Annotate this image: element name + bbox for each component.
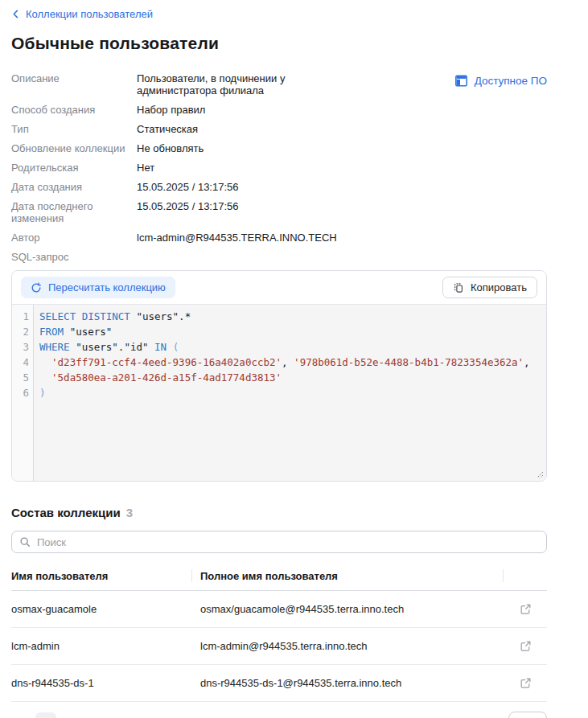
info-value: Статическая: [137, 123, 198, 135]
recalculate-collection-label: Пересчитать коллекцию: [48, 281, 166, 293]
page-number-current[interactable]: 1: [35, 712, 56, 718]
sql-panel: Пересчитать коллекцию Копировать 123456 …: [11, 270, 547, 482]
open-user-button[interactable]: [518, 675, 533, 691]
column-header-fullname: Полное имя пользователя: [192, 570, 503, 582]
page: Коллекции пользователей Обычные пользова…: [0, 0, 588, 718]
table-body: osmax-guacamole osmax/guacamole@r944535.…: [11, 591, 547, 702]
code-content: SELECT DISTINCT "users".*FROM "users"WHE…: [34, 305, 546, 481]
info-label: Тип: [11, 123, 137, 135]
external-link-icon: [520, 677, 532, 689]
user-full-name-cell: osmax/guacamole@r944535.terra.inno.tech: [192, 603, 504, 615]
table-row: lcm-admin lcm-admin@r944535.terra.inno.t…: [11, 628, 547, 665]
available-software-label: Доступное ПО: [475, 75, 547, 87]
info-grid: ОписаниеПользователи, в подчинении у адм…: [11, 72, 547, 263]
search-input[interactable]: [11, 531, 547, 553]
search-box: [11, 531, 547, 553]
page-title: Обычные пользователи: [11, 34, 547, 53]
goto-page-input[interactable]: [508, 712, 547, 718]
info-value: Набор правил: [137, 104, 205, 116]
next-page-button[interactable]: [64, 715, 80, 718]
copy-label: Копировать: [471, 281, 527, 293]
members-table: Имя пользователя Полное имя пользователя…: [11, 563, 547, 702]
user-name-cell: lcm-admin: [11, 640, 192, 652]
members-section-header: Состав коллекции 3: [11, 506, 547, 519]
info-row: Обновление коллекцииНе обновлять: [11, 142, 547, 154]
info-row: Дата последнего изменения15.05.2025 / 13…: [11, 200, 547, 224]
info-row: РодительскаяНет: [11, 162, 547, 174]
info-label: Обновление коллекции: [11, 142, 137, 154]
refresh-icon: [31, 282, 42, 293]
info-label: Дата последнего изменения: [11, 200, 137, 224]
breadcrumb-back-link[interactable]: Коллекции пользователей: [11, 8, 153, 20]
user-full-name-cell: lcm-admin@r944535.terra.inno.tech: [192, 640, 504, 652]
code-line: '5da580ea-a201-426d-a15f-4ad1774d3813': [39, 370, 546, 385]
page-controls: 1: [11, 712, 80, 718]
members-title: Состав коллекции: [11, 506, 121, 519]
user-full-name-cell: dns-r944535-ds-1@r944535.terra.inno.tech: [192, 677, 504, 689]
members-count: 3: [126, 506, 133, 519]
info-value: Пользователи, в подчинении у администрат…: [137, 72, 322, 96]
info-row: Дата создания15.05.2025 / 13:17:56: [11, 181, 547, 193]
software-layout-icon: [454, 74, 468, 88]
table-row: dns-r944535-ds-1 dns-r944535-ds-1@r94453…: [11, 665, 547, 702]
info-label: Описание: [11, 72, 137, 96]
info-label: Дата создания: [11, 181, 137, 193]
code-line: FROM "users": [39, 324, 546, 339]
info-value: 15.05.2025 / 13:17:56: [137, 200, 239, 224]
info-row: Авторlcm-admin@R944535.TERRA.INNO.TECH: [11, 232, 547, 244]
column-divider: [503, 569, 504, 582]
info-row: ТипСтатическая: [11, 123, 547, 135]
search-icon: [19, 536, 31, 548]
info-label: Родительская: [11, 162, 137, 174]
open-user-button[interactable]: [518, 638, 533, 654]
table-row: osmax-guacamole osmax/guacamole@r944535.…: [11, 591, 547, 628]
info-label: Способ создания: [11, 104, 137, 116]
user-name-cell: dns-r944535-ds-1: [11, 677, 192, 689]
copy-icon: [453, 282, 464, 293]
info-value: Не обновлять: [137, 142, 204, 154]
info-label: Автор: [11, 232, 137, 244]
code-line: ): [39, 385, 546, 400]
column-header-username: Имя пользователя: [11, 570, 191, 582]
external-link-icon: [520, 603, 532, 615]
external-link-icon: [520, 640, 532, 652]
code-line: SELECT DISTINCT "users".*: [39, 309, 546, 324]
info-value: lcm-admin@R944535.TERRA.INNO.TECH: [137, 232, 337, 244]
chevron-left-icon: [11, 10, 20, 18]
sql-code-editor[interactable]: 123456 SELECT DISTINCT "users".*FROM "us…: [12, 304, 546, 481]
breadcrumb-label: Коллекции пользователей: [26, 8, 153, 20]
resize-handle[interactable]: [537, 471, 544, 478]
available-software-link[interactable]: Доступное ПО: [454, 74, 547, 88]
info-value: 15.05.2025 / 13:17:56: [137, 181, 239, 193]
sql-panel-header: Пересчитать коллекцию Копировать: [12, 271, 546, 304]
prev-page-button[interactable]: [11, 715, 27, 718]
copy-button[interactable]: Копировать: [442, 277, 537, 298]
user-name-cell: osmax-guacamole: [11, 603, 192, 615]
info-label: SQL-запрос: [11, 251, 137, 263]
goto-page: К странице: [446, 712, 547, 718]
table-header: Имя пользователя Полное имя пользователя: [11, 563, 547, 591]
recalculate-collection-button[interactable]: Пересчитать коллекцию: [21, 277, 175, 298]
pagination: 1 К странице: [11, 712, 547, 718]
open-user-button[interactable]: [518, 601, 533, 617]
info-row: Способ созданияНабор правил: [11, 104, 547, 116]
code-line: 'd23ff791-ccf4-4eed-9396-16a402a0ccb2', …: [39, 355, 546, 370]
code-line: WHERE "users"."id" IN (: [39, 339, 546, 355]
info-row: SQL-запрос: [11, 251, 547, 263]
code-line-numbers: 123456: [12, 305, 34, 481]
info-value: Нет: [137, 162, 154, 174]
info-section: ОписаниеПользователи, в подчинении у адм…: [11, 72, 547, 263]
